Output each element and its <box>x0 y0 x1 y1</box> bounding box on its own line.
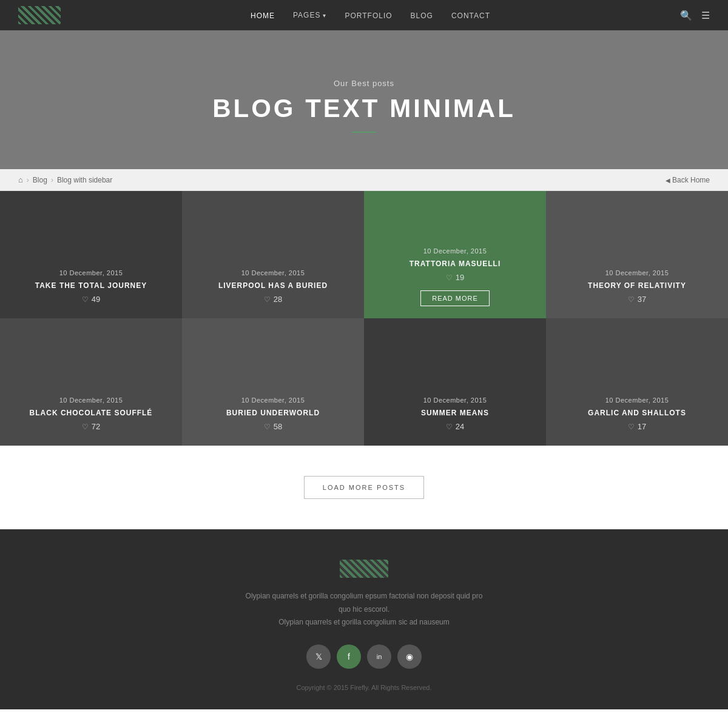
post-title-6: BURIED UNDERWORLD <box>226 409 320 417</box>
nav-link-contact[interactable]: CONTACT <box>451 12 490 20</box>
post-card-3[interactable]: 10 December, 2015 TRATTORIA MASUELLI ♡ 1… <box>364 191 546 318</box>
back-home-link[interactable]: Back Home <box>666 176 710 184</box>
footer-desc-line1: Olypian quarrels et gorilla congolium ep… <box>246 592 483 614</box>
hero-section: Our Best posts BLOG TEXT MINIMAL <box>0 30 728 169</box>
post-title-2: LIVERPOOL HAS A BURIED <box>218 281 328 290</box>
nav-item-home[interactable]: HOME <box>251 10 275 21</box>
nav-item-contact[interactable]: CONTACT <box>451 10 490 21</box>
heart-icon-7: ♡ <box>446 423 453 431</box>
breadcrumb-sep-2: › <box>51 176 53 184</box>
hero-subtitle: Our Best posts <box>12 79 716 88</box>
likes-count-4: 37 <box>638 295 646 304</box>
heart-icon-8: ♡ <box>628 423 635 431</box>
post-card-6[interactable]: 10 December, 2015 BURIED UNDERWORLD ♡ 58 <box>182 318 364 446</box>
likes-count-8: 17 <box>638 422 646 431</box>
nav-link-blog[interactable]: BLOG <box>411 12 433 20</box>
post-date-5: 10 December, 2015 <box>59 397 123 404</box>
footer-copyright: Copyright © 2015 Firefly. All Rights Res… <box>12 684 716 691</box>
nav-link-pages[interactable]: PAGES ▾ <box>293 11 326 19</box>
post-title-1: TAKE THE TOTAL JOURNEY <box>35 281 147 290</box>
post-date-7: 10 December, 2015 <box>423 397 487 404</box>
post-title-5: BLACK CHOCOLATE SOUFFLÉ <box>30 409 153 417</box>
post-likes-5: ♡ 72 <box>82 422 100 431</box>
nav-links: HOME PAGES ▾ PORTFOLIO BLOG CONTACT <box>251 10 490 21</box>
social-facebook-button[interactable]: f <box>337 644 361 669</box>
social-linkedin-button[interactable]: in <box>367 644 391 669</box>
nav-item-pages[interactable]: PAGES ▾ <box>293 11 326 19</box>
post-likes-3: ♡ 19 <box>446 273 464 282</box>
post-date-1: 10 December, 2015 <box>59 269 123 276</box>
post-title-3: TRATTORIA MASUELLI <box>410 259 500 268</box>
post-likes-2: ♡ 28 <box>264 295 282 304</box>
likes-count-5: 72 <box>92 422 100 431</box>
breadcrumb-sep-1: › <box>27 176 29 184</box>
post-card-5[interactable]: 10 December, 2015 BLACK CHOCOLATE SOUFFL… <box>0 318 182 446</box>
post-card-1[interactable]: 10 December, 2015 TAKE THE TOTAL JOURNEY… <box>0 191 182 318</box>
post-date-4: 10 December, 2015 <box>605 269 669 276</box>
load-more-section: LOAD MORE POSTS <box>0 446 728 529</box>
likes-count-6: 58 <box>274 422 282 431</box>
breadcrumb-blog[interactable]: Blog <box>33 176 47 184</box>
breadcrumb-current: Blog with sidebar <box>57 176 112 184</box>
post-likes-7: ♡ 24 <box>446 422 464 431</box>
post-card-8[interactable]: 10 December, 2015 GARLIC AND SHALLOTS ♡ … <box>546 318 728 446</box>
logo[interactable] <box>18 6 61 24</box>
heart-icon-4: ♡ <box>628 295 635 304</box>
read-more-button-3[interactable]: READ MORE <box>420 290 490 306</box>
nav-item-blog[interactable]: BLOG <box>411 10 433 21</box>
chevron-down-icon: ▾ <box>323 12 326 19</box>
heart-icon-3: ♡ <box>446 273 453 282</box>
search-icon[interactable]: 🔍 <box>680 10 692 21</box>
other-icon: ◉ <box>406 652 413 661</box>
post-title-7: SUMMER MEANS <box>421 409 489 417</box>
post-likes-6: ♡ 58 <box>264 422 282 431</box>
menu-icon[interactable]: ☰ <box>701 10 710 21</box>
post-card-7[interactable]: 10 December, 2015 SUMMER MEANS ♡ 24 <box>364 318 546 446</box>
post-likes-1: ♡ 49 <box>82 295 100 304</box>
footer-desc-line2: Olypian quarrels et gorilla congolium si… <box>278 618 449 626</box>
heart-icon-1: ♡ <box>82 295 89 304</box>
heart-icon-5: ♡ <box>82 423 89 431</box>
posts-grid: 10 December, 2015 TAKE THE TOTAL JOURNEY… <box>0 191 728 446</box>
navbar: HOME PAGES ▾ PORTFOLIO BLOG CONTACT 🔍 ☰ <box>0 0 728 30</box>
post-date-6: 10 December, 2015 <box>241 397 305 404</box>
social-twitter-button[interactable]: 𝕏 <box>306 644 331 669</box>
footer-socials: 𝕏 f in ◉ <box>12 644 716 669</box>
post-date-2: 10 December, 2015 <box>241 269 305 276</box>
footer-logo <box>340 560 388 578</box>
nav-item-portfolio[interactable]: PORTFOLIO <box>345 10 392 21</box>
logo-image <box>18 6 61 24</box>
navbar-actions: 🔍 ☰ <box>680 10 710 21</box>
facebook-icon: f <box>348 652 350 661</box>
footer-description: Olypian quarrels et gorilla congolium ep… <box>243 590 485 629</box>
likes-count-7: 24 <box>456 422 464 431</box>
likes-count-3: 19 <box>456 273 464 282</box>
hero-title: BLOG TEXT MINIMAL <box>12 94 716 123</box>
heart-icon-2: ♡ <box>264 295 271 304</box>
load-more-button[interactable]: LOAD MORE POSTS <box>304 476 424 499</box>
hero-divider <box>352 132 376 133</box>
post-date-3: 10 December, 2015 <box>423 247 487 255</box>
post-likes-8: ♡ 17 <box>628 422 646 431</box>
home-icon[interactable]: ⌂ <box>18 175 23 184</box>
nav-link-portfolio[interactable]: PORTFOLIO <box>345 12 392 20</box>
post-card-4[interactable]: 10 December, 2015 THEORY OF RELATIVITY ♡… <box>546 191 728 318</box>
linkedin-icon: in <box>377 653 382 660</box>
nav-link-home[interactable]: HOME <box>251 12 275 20</box>
post-title-8: GARLIC AND SHALLOTS <box>588 409 686 417</box>
heart-icon-6: ♡ <box>264 423 271 431</box>
breadcrumb-left: ⌂ › Blog › Blog with sidebar <box>18 175 112 184</box>
post-likes-4: ♡ 37 <box>628 295 646 304</box>
social-other-button[interactable]: ◉ <box>397 644 422 669</box>
likes-count-1: 49 <box>92 295 100 304</box>
post-card-2[interactable]: 10 December, 2015 LIVERPOOL HAS A BURIED… <box>182 191 364 318</box>
likes-count-2: 28 <box>274 295 282 304</box>
breadcrumb: ⌂ › Blog › Blog with sidebar Back Home <box>0 169 728 191</box>
post-date-8: 10 December, 2015 <box>605 397 669 404</box>
footer: Olypian quarrels et gorilla congolium ep… <box>0 529 728 709</box>
twitter-icon: 𝕏 <box>315 652 322 661</box>
post-title-4: THEORY OF RELATIVITY <box>588 281 686 290</box>
